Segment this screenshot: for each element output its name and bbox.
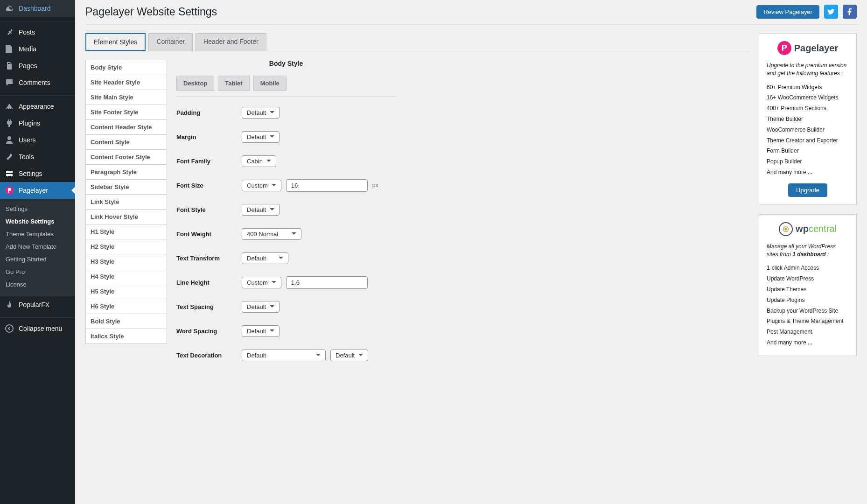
select-text-transform[interactable]: Default [242,252,288,264]
style-item-body[interactable]: Body Style [85,60,167,75]
unit-px: px [372,182,378,189]
media-icon [5,44,14,54]
submenu-theme-templates[interactable]: Theme Templates [0,228,75,240]
sidebar-item-users[interactable]: Users [0,132,75,148]
submenu-go-pro[interactable]: Go Pro [0,266,75,278]
sidebar-item-tools[interactable]: Tools [0,148,75,165]
style-item-h2[interactable]: H2 Style [85,239,167,254]
promo-feature: 1-click Admin Access [767,263,849,273]
style-item-paragraph[interactable]: Paragraph Style [85,165,167,180]
wpcentral-text: Manage all your WordPress sites from 1 d… [767,243,849,259]
style-item-content-header[interactable]: Content Header Style [85,120,167,135]
wpcentral-feature-list: 1-click Admin Access Update WordPress Up… [767,263,849,348]
select-padding[interactable]: Default [242,107,280,119]
wpcentral-logo-icon [779,222,793,236]
select-margin[interactable]: Default [242,131,280,143]
style-item-site-header[interactable]: Site Header Style [85,75,167,90]
style-item-h1[interactable]: H1 Style [85,224,167,239]
input-line-height[interactable] [286,276,368,289]
style-item-h3[interactable]: H3 Style [85,254,167,269]
style-item-sidebar[interactable]: Sidebar Style [85,180,167,195]
panel-title: Body Style [176,60,396,67]
tab-header-footer[interactable]: Header and Footer [196,33,266,51]
sidebar-item-settings[interactable]: Settings [0,165,75,182]
submenu-license[interactable]: License [0,278,75,291]
sidebar-item-pagelayer[interactable]: Pagelayer [0,182,75,199]
select-font-family[interactable]: Cabin [242,155,276,167]
promo-feature-list: 60+ Premium Widgets 16+ WooCommerce Widg… [767,82,849,178]
select-text-spacing[interactable]: Default [242,301,280,313]
sidebar-item-appearance[interactable]: Appearance [0,98,75,115]
submenu-website-settings[interactable]: Website Settings [0,215,75,228]
promo-feature: Plugins & Theme Management [767,316,849,327]
review-pagelayer-button[interactable]: Review Pagelayer [756,5,819,19]
submenu-add-new-template[interactable]: Add New Template [0,240,75,253]
upgrade-button[interactable]: Upgrade [788,183,827,197]
sidebar-item-posts[interactable]: Posts [0,24,75,41]
style-item-content-footer[interactable]: Content Footer Style [85,150,167,165]
dashboard-icon [5,4,14,13]
sidebar-item-plugins[interactable]: Plugins [0,115,75,132]
promo-feature: WooCommerce Builder [767,125,849,135]
label-font-size: Font Size [176,182,242,189]
select-text-decoration-1[interactable]: Default [242,350,326,361]
select-text-decoration-2[interactable]: Default [330,350,368,361]
promo-feature: Form Builder [767,146,849,156]
style-item-content[interactable]: Content Style [85,135,167,150]
sidebar-item-pages[interactable]: Pages [0,57,75,74]
pagelayer-icon [5,186,14,195]
device-tab-mobile[interactable]: Mobile [253,76,287,91]
select-word-spacing[interactable]: Default [242,325,280,337]
label-font-style: Font Style [176,206,242,213]
pagelayer-logo-icon: P [777,41,791,55]
submenu-settings[interactable]: Settings [0,203,75,215]
label-font-weight: Font Weight [176,231,242,238]
style-item-site-main[interactable]: Site Main Style [85,90,167,105]
style-item-bold[interactable]: Bold Style [85,314,167,329]
pin-icon [5,28,14,37]
style-item-link-hover[interactable]: Link Hover Style [85,210,167,224]
label-text-spacing: Text Spacing [176,303,242,310]
style-item-h6[interactable]: H6 Style [85,299,167,314]
users-icon [5,135,14,145]
style-item-italics[interactable]: Italics Style [85,329,167,344]
label-font-family: Font Family [176,158,242,165]
style-item-link[interactable]: Link Style [85,195,167,210]
style-item-site-footer[interactable]: Site Footer Style [85,105,167,120]
tab-element-styles[interactable]: Element Styles [85,33,146,51]
twitter-button[interactable] [824,5,838,19]
promo-upgrade-text: Upgrade to the premium version and get t… [767,62,849,77]
nav-tabs: Element Styles Container Header and Foot… [85,33,749,51]
select-font-weight[interactable]: 400 Normal [242,228,301,240]
device-tab-desktop[interactable]: Desktop [176,76,214,91]
label-margin: Margin [176,133,242,140]
settings-icon [5,169,14,178]
input-font-size[interactable] [286,179,368,192]
promo-feature: Update WordPress [767,273,849,284]
sidebar-item-media[interactable]: Media [0,41,75,57]
select-font-style[interactable]: Default [242,204,280,216]
style-item-h4[interactable]: H4 Style [85,269,167,284]
style-list: Body Style Site Header Style Site Main S… [85,60,167,372]
promo-feature: 16+ WooCommerce Widgets [767,92,849,103]
promo-feature: Post Management [767,327,849,337]
select-font-size[interactable]: Custom [242,180,281,191]
main-content: Pagelayer Website Settings Review Pagela… [75,0,867,504]
sidebar-item-popularfx[interactable]: PopularFX [0,296,75,313]
promo-feature: And many more ... [767,337,849,348]
promo-feature: Theme Creator and Exporter [767,135,849,146]
sidebar-item-comments[interactable]: Comments [0,74,75,91]
promo-feature: 400+ Premium Sections [767,103,849,114]
tab-container[interactable]: Container [148,33,193,51]
facebook-button[interactable] [843,5,857,19]
submenu-getting-started[interactable]: Getting Started [0,253,75,266]
sidebar-item-collapse[interactable]: Collapse menu [0,320,75,337]
promo-sidebar: PPagelayer Upgrade to the premium versio… [759,33,857,372]
promo-feature: And many more ... [767,167,849,178]
appearance-icon [5,102,14,111]
sidebar-item-dashboard[interactable]: Dashboard [0,0,75,17]
device-tab-tablet[interactable]: Tablet [218,76,249,91]
select-line-height[interactable]: Custom [242,277,281,288]
pages-icon [5,61,14,70]
style-item-h5[interactable]: H5 Style [85,284,167,299]
